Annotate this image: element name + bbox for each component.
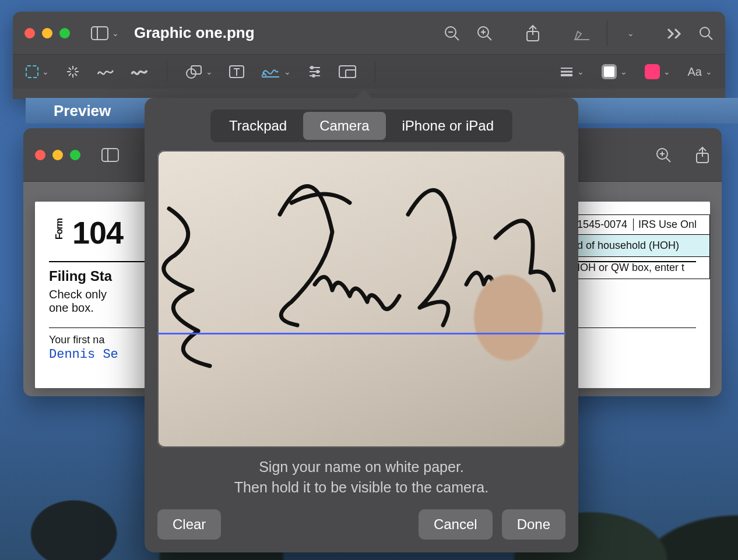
popover-arrow: [356, 90, 372, 98]
adjust-color-tool[interactable]: [307, 65, 322, 78]
svg-rect-23: [339, 66, 356, 78]
chevron-down-icon: ⌄: [577, 67, 584, 76]
chevron-down-icon: ⌄: [284, 67, 291, 76]
svg-line-31: [666, 158, 670, 162]
markup-toolbar: ⌄ ⌄ ⌄ ⌄ ⌄ ⌄: [13, 55, 725, 89]
signature-baseline: [157, 333, 565, 334]
svg-rect-0: [92, 27, 108, 40]
svg-point-21: [317, 71, 319, 73]
toolbar-divider: [167, 62, 167, 82]
font-dropdown[interactable]: Aa⌄: [688, 65, 712, 79]
selection-icon: [26, 65, 38, 78]
instant-alpha-tool[interactable]: [65, 64, 80, 79]
tab-camera[interactable]: Camera: [303, 112, 385, 140]
window-controls: [35, 150, 80, 160]
fill-color-dropdown[interactable]: ⌄: [645, 64, 670, 79]
hand-in-frame: [466, 248, 565, 364]
svg-rect-28: [102, 149, 118, 161]
share-button[interactable]: [695, 146, 710, 164]
shapes-tool[interactable]: ⌄: [186, 65, 213, 79]
line-style-dropdown[interactable]: ⌄: [560, 66, 584, 77]
border-color-dropdown[interactable]: ⌄: [602, 64, 627, 79]
cancel-button[interactable]: Cancel: [419, 509, 493, 540]
instructions-text: Sign your name on white paper. Then hold…: [157, 457, 565, 498]
zoom-window-button[interactable]: [70, 150, 80, 160]
chevron-down-icon: ⌄: [705, 67, 712, 76]
clear-button[interactable]: Clear: [157, 509, 221, 540]
preview-window-graphic: ⌄ Graphic one.png ⌄: [13, 12, 725, 99]
form-number-value: 104: [72, 215, 123, 250]
svg-point-20: [311, 66, 313, 69]
titlebar: ⌄ Graphic one.png ⌄: [13, 12, 725, 55]
tab-trackpad[interactable]: Trackpad: [213, 112, 303, 140]
chevron-down-icon: ⌄: [42, 67, 49, 76]
close-window-button[interactable]: [35, 150, 45, 160]
camera-preview: [157, 150, 565, 448]
tab-iphone[interactable]: iPhone or iPad: [386, 112, 510, 140]
minimize-window-button[interactable]: [52, 150, 63, 160]
selection-tool[interactable]: ⌄: [26, 65, 49, 78]
rotate-dropdown[interactable]: ⌄: [624, 29, 634, 38]
draw-tool[interactable]: [131, 66, 148, 78]
chevron-down-icon: ⌄: [112, 29, 119, 38]
chevron-down-icon: ⌄: [206, 67, 213, 76]
sketch-tool[interactable]: [97, 66, 114, 78]
form-prefix: Form: [54, 219, 65, 240]
pink-swatch-icon: [645, 64, 660, 79]
signature-source-tabs: Trackpad Camera iPhone or iPad: [210, 110, 512, 142]
zoom-window-button[interactable]: [59, 28, 70, 38]
adjust-size-tool[interactable]: [339, 65, 356, 78]
svg-rect-24: [346, 70, 356, 78]
window-title: Graphic one.png: [134, 24, 255, 42]
toolbar-divider: [375, 62, 375, 82]
sign-tool[interactable]: ⌄: [261, 65, 291, 78]
zoom-in-button[interactable]: [476, 25, 493, 41]
signature-popover: Trackpad Camera iPhone or iPad Sign your…: [145, 98, 578, 552]
irs-use-label: IRS Use Onl: [633, 219, 697, 231]
chevron-down-icon: ⌄: [620, 67, 627, 76]
white-swatch-icon: [602, 64, 617, 79]
done-button[interactable]: Done: [502, 509, 565, 540]
text-tool[interactable]: [229, 65, 244, 78]
window-controls: [24, 28, 70, 38]
chevron-down-icon: ⌄: [663, 67, 670, 76]
zoom-out-button[interactable]: [444, 25, 460, 41]
app-menu-preview[interactable]: Preview: [54, 102, 111, 120]
search-button[interactable]: [698, 26, 714, 41]
sidebar-toggle-button[interactable]: ⌄: [91, 26, 119, 40]
minimize-window-button[interactable]: [42, 28, 52, 38]
overflow-button[interactable]: [667, 28, 682, 38]
close-window-button[interactable]: [24, 28, 35, 38]
modal-button-row: Clear Cancel Done: [157, 509, 565, 540]
svg-point-22: [312, 75, 315, 77]
svg-line-6: [487, 36, 491, 40]
svg-point-11: [700, 27, 709, 37]
markup-toggle-button[interactable]: [573, 26, 591, 41]
sidebar-toggle-button[interactable]: [101, 148, 119, 162]
chevron-down-icon: ⌄: [627, 29, 634, 38]
zoom-in-button[interactable]: [655, 147, 672, 163]
share-button[interactable]: [525, 24, 540, 42]
font-label: Aa: [688, 65, 702, 79]
svg-line-3: [455, 36, 459, 40]
svg-line-12: [708, 36, 712, 40]
toolbar-divider: [607, 20, 607, 46]
